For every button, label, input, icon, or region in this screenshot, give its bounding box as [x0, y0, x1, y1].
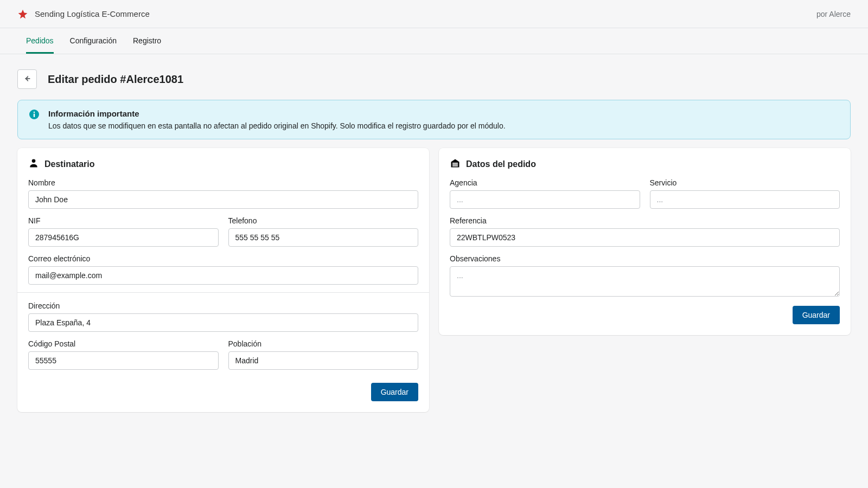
info-banner: Información importante Los datos que se … [17, 100, 851, 139]
field-nif: NIF [28, 216, 219, 247]
svg-rect-2 [34, 114, 35, 118]
label-nif: NIF [28, 216, 219, 225]
label-service: Servicio [650, 178, 840, 187]
divider [17, 292, 429, 293]
card-recipient-header: Destinatario [28, 158, 418, 171]
input-notes[interactable] [450, 266, 840, 297]
warehouse-icon [450, 158, 461, 171]
field-reference: Referencia [450, 216, 840, 247]
label-zip: Código Postal [28, 339, 219, 348]
order-actions: Guardar [450, 306, 840, 324]
person-icon [28, 158, 39, 171]
input-phone[interactable] [228, 228, 419, 247]
recipient-actions: Guardar [28, 383, 418, 401]
input-nif[interactable] [28, 228, 219, 247]
input-name[interactable] [28, 190, 418, 209]
label-notes: Observaciones [450, 254, 840, 263]
page-header: Editar pedido #Alerce1081 [17, 69, 851, 89]
topbar: Sending Logística E-Commerce por Alerce [0, 0, 868, 28]
topbar-left: Sending Logística E-Commerce [17, 9, 150, 20]
label-email: Correo electrónico [28, 254, 418, 263]
card-recipient: Destinatario Nombre NIF Telefono Correo … [17, 148, 429, 412]
field-name: Nombre [28, 178, 418, 209]
field-notes: Observaciones [450, 254, 840, 298]
label-address: Dirección [28, 301, 418, 310]
tab-orders[interactable]: Pedidos [26, 28, 54, 54]
input-reference[interactable] [450, 228, 840, 247]
save-recipient-button[interactable]: Guardar [371, 383, 418, 401]
svg-rect-4 [452, 163, 458, 164]
input-address[interactable] [28, 313, 418, 332]
label-name: Nombre [28, 178, 418, 187]
field-zip: Código Postal [28, 339, 219, 370]
banner-title: Información importante [48, 109, 506, 118]
svg-rect-6 [452, 165, 458, 166]
field-city: Población [228, 339, 419, 370]
field-service: Servicio [650, 178, 840, 209]
two-column-layout: Destinatario Nombre NIF Telefono Correo … [17, 148, 851, 412]
svg-point-1 [34, 112, 35, 113]
label-city: Población [228, 339, 419, 348]
info-icon [29, 109, 40, 120]
by-line: por Alerce [816, 10, 851, 18]
input-city[interactable] [228, 351, 419, 370]
page-body: Editar pedido #Alerce1081 Información im… [0, 54, 868, 434]
svg-point-3 [32, 159, 36, 163]
field-phone: Telefono [228, 216, 419, 247]
input-zip[interactable] [28, 351, 219, 370]
tab-config[interactable]: Configuración [70, 28, 117, 54]
save-order-button[interactable]: Guardar [793, 306, 840, 324]
input-agency[interactable] [450, 190, 640, 209]
tabs-bar: Pedidos Configuración Registro [0, 28, 868, 54]
input-service[interactable] [650, 190, 840, 209]
field-address: Dirección [28, 301, 418, 332]
field-email: Correo electrónico [28, 254, 418, 285]
label-phone: Telefono [228, 216, 419, 225]
banner-content: Información importante Los datos que se … [48, 109, 506, 130]
label-reference: Referencia [450, 216, 840, 225]
tab-log[interactable]: Registro [133, 28, 161, 54]
back-button[interactable] [17, 69, 37, 89]
card-order-title: Datos del pedido [466, 159, 536, 169]
input-email[interactable] [28, 266, 418, 285]
card-order-header: Datos del pedido [450, 158, 840, 171]
app-logo-icon [17, 9, 28, 20]
card-recipient-title: Destinatario [44, 159, 94, 169]
arrow-left-icon [22, 74, 32, 85]
banner-text: Los datos que se modifiquen en esta pant… [48, 121, 506, 130]
page-title: Editar pedido #Alerce1081 [48, 73, 183, 86]
label-agency: Agencia [450, 178, 640, 187]
app-title: Sending Logística E-Commerce [35, 9, 150, 18]
svg-rect-5 [452, 164, 458, 165]
field-agency: Agencia [450, 178, 640, 209]
card-order: Datos del pedido Agencia Servicio Refere… [439, 148, 851, 335]
